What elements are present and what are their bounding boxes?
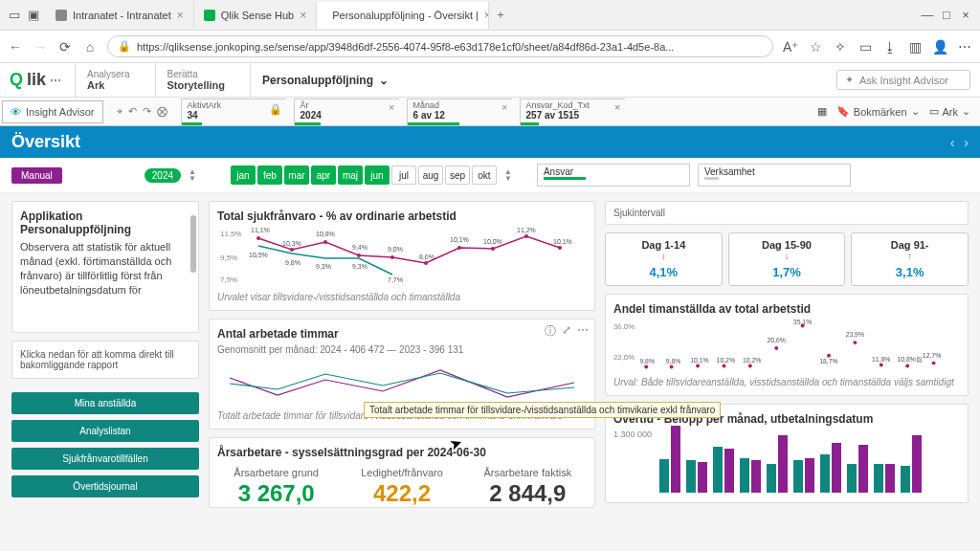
- bar-group: [793, 458, 814, 493]
- clear-icon[interactable]: ×: [614, 101, 620, 113]
- overtid-bars: [656, 430, 925, 495]
- profile-icon[interactable]: 👤: [932, 39, 947, 55]
- page-title-bar: Översikt ‹›: [0, 126, 980, 158]
- bar-group: [820, 443, 841, 493]
- arsarbetare-kpi: Årsarbetare faktisk2 844,9: [475, 467, 581, 507]
- workspace-icon[interactable]: ▣: [27, 9, 40, 22]
- info-icon[interactable]: ⓘ: [545, 323, 556, 340]
- analysera-section[interactable]: Analysera Ark: [75, 63, 141, 97]
- bar-group: [901, 435, 922, 493]
- minimize-icon[interactable]: —: [921, 9, 934, 22]
- address-bar: ← → ⟳ ⌂ 🔒https://qliksense.jonkoping.se/…: [0, 31, 980, 63]
- month-mar[interactable]: mar: [284, 165, 309, 185]
- nav-tip-text: Klicka nedan för att komma direkt till b…: [20, 349, 174, 370]
- sick-kpi-card[interactable]: Dag 91-↑3,1%: [851, 232, 969, 286]
- read-aloud-icon[interactable]: A⁺: [783, 39, 798, 55]
- next-sheet-icon[interactable]: ›: [964, 135, 969, 150]
- svg-text:10,2%: 10,2%: [717, 357, 735, 364]
- tab-intranet[interactable]: Intranatet - Intranatet×: [46, 2, 194, 29]
- timanst-panel[interactable]: Andel timanställda av total arbetstid 36…: [605, 294, 969, 396]
- new-tab-button[interactable]: ＋: [489, 7, 512, 23]
- nav-button[interactable]: Övertidsjournal: [11, 475, 199, 497]
- sickness-chart: 11,5% 9,5% 7,5% 11,1%10,3%10,8% 9,4%9,0%…: [217, 227, 587, 288]
- svg-point-33: [722, 364, 725, 368]
- month-jul[interactable]: jul: [391, 165, 416, 185]
- refresh-icon[interactable]: ⟳: [57, 39, 73, 55]
- app-name-dropdown[interactable]: Personaluppföljning⌄: [250, 63, 400, 97]
- back-icon[interactable]: ←: [8, 39, 23, 55]
- forward-icon[interactable]: →: [33, 39, 48, 55]
- nav-button[interactable]: Mina anställda: [11, 392, 199, 414]
- overtid-panel[interactable]: Övertid - Belopp per månad, utbetalnings…: [605, 404, 969, 503]
- svg-text:35,1%: 35,1%: [793, 320, 812, 325]
- month-stepper[interactable]: ▲▼: [504, 168, 512, 182]
- expand-icon[interactable]: ⤢: [562, 323, 571, 340]
- year-stepper[interactable]: ▲▼: [189, 168, 196, 182]
- extensions-icon[interactable]: ✧: [833, 39, 848, 55]
- bookmarks-dropdown[interactable]: 🔖 Bokmärken ⌄: [836, 105, 920, 118]
- close-icon[interactable]: ×: [300, 9, 306, 22]
- more-icon[interactable]: ⋯: [577, 323, 589, 340]
- split-icon[interactable]: ▥: [907, 39, 923, 55]
- month-sep[interactable]: sep: [445, 165, 470, 185]
- home-icon[interactable]: ⌂: [82, 39, 98, 55]
- ansvar-field[interactable]: Ansvar: [537, 164, 690, 187]
- clear-all-icon[interactable]: ⨂: [157, 105, 167, 118]
- filter-manad[interactable]: Månad6 av 12×: [407, 99, 512, 125]
- svg-text:10,1%: 10,1%: [690, 357, 708, 364]
- sickness-footnote: Urvalet visar tillsvidare-/visstidsanstä…: [217, 292, 587, 302]
- close-icon[interactable]: ×: [177, 9, 184, 22]
- clear-icon[interactable]: ×: [501, 101, 507, 113]
- arsarbetare-panel[interactable]: Årsarbetare - sysselsättningsgrad per 20…: [209, 437, 595, 508]
- month-aug[interactable]: aug: [418, 165, 443, 185]
- worked-hours-title: Antal arbetade timmar: [217, 327, 587, 341]
- nav-button[interactable]: Analyslistan: [11, 420, 199, 442]
- month-feb[interactable]: feb: [257, 165, 282, 185]
- prev-sheet-icon[interactable]: ‹: [950, 135, 955, 150]
- tab-list-icon[interactable]: ▭: [8, 9, 21, 22]
- tab-qlikhub[interactable]: Qlik Sense Hub×: [194, 2, 317, 29]
- month-maj[interactable]: maj: [338, 165, 363, 185]
- filter-ansvar[interactable]: Ansvar_Kod_Txt257 av 1515×: [520, 99, 625, 125]
- month-apr[interactable]: apr: [311, 165, 336, 185]
- sheets-dropdown[interactable]: ▭ Ark ⌄: [929, 105, 971, 118]
- close-window-icon[interactable]: ×: [959, 9, 972, 22]
- qlik-logo[interactable]: Qlik ⋯: [10, 70, 61, 90]
- favorite-icon[interactable]: ☆: [808, 39, 823, 55]
- scrollbar[interactable]: [190, 215, 196, 273]
- sickness-chart-panel[interactable]: Total sjukfrånvaro - % av ordinarie arbe…: [209, 201, 595, 311]
- nav-tip-panel: Klicka nedan för att komma direkt till b…: [11, 341, 199, 379]
- step-back-icon[interactable]: ↶: [128, 105, 137, 118]
- filter-ar[interactable]: År2024×: [294, 99, 399, 125]
- month-jun[interactable]: jun: [365, 165, 390, 185]
- manual-badge[interactable]: Manual: [11, 167, 62, 184]
- svg-text:11,8%: 11,8%: [872, 356, 890, 363]
- step-fwd-icon[interactable]: ↷: [143, 105, 151, 118]
- eye-icon: 👁: [11, 106, 21, 118]
- insight-advisor-button[interactable]: 👁Insight Advisor: [2, 100, 103, 123]
- verksamhet-field[interactable]: Verksamhet: [698, 164, 851, 187]
- clear-icon[interactable]: ×: [389, 101, 394, 113]
- nav-button[interactable]: Sjukfrånvarotillfällen: [11, 448, 199, 470]
- sick-kpi-card[interactable]: Dag 15-90↓1,7%: [728, 232, 846, 286]
- beratta-section[interactable]: Berätta Storytelling: [155, 63, 237, 97]
- bar-group: [686, 460, 707, 493]
- svg-point-8: [424, 261, 428, 265]
- month-jan[interactable]: jan: [231, 165, 256, 185]
- overtid-yaxis: 1 300 000: [613, 430, 652, 439]
- filter-aktivtark[interactable]: AktivtArk34🔒: [181, 99, 286, 125]
- tab-active[interactable]: Personaluppföljning - Översikt |×: [317, 2, 489, 29]
- downloads-icon[interactable]: ⭳: [882, 39, 898, 55]
- year-pill[interactable]: 2024: [145, 168, 181, 183]
- svg-point-3: [256, 236, 260, 240]
- maximize-icon[interactable]: □: [940, 9, 953, 22]
- more-icon[interactable]: ⋯: [957, 39, 972, 55]
- smart-search-icon[interactable]: ⌖: [117, 105, 122, 118]
- insight-search[interactable]: ✦Ask Insight Advisor: [836, 70, 970, 90]
- month-okt[interactable]: okt: [472, 165, 497, 185]
- bar-group: [847, 445, 868, 493]
- url-field[interactable]: 🔒https://qliksense.jonkoping.se/sense/ap…: [107, 35, 773, 57]
- collections-icon[interactable]: ▭: [858, 39, 873, 55]
- grid-icon[interactable]: ▦: [817, 105, 827, 118]
- sick-kpi-card[interactable]: Dag 1-14↓4,1%: [605, 232, 723, 286]
